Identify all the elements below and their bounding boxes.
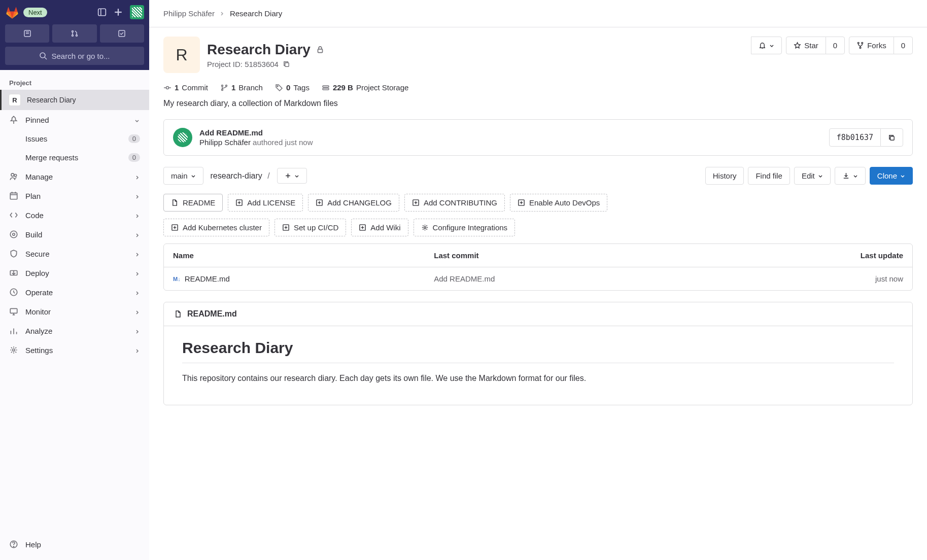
commit-author-avatar[interactable]	[173, 128, 192, 147]
mr-label: Merge requests	[25, 153, 78, 162]
add-wiki-button[interactable]: Add Wiki	[351, 219, 408, 236]
commit-icon	[163, 84, 171, 92]
sidebar-item-help[interactable]: Help	[9, 535, 140, 554]
sidebar-item-settings[interactable]: Settings	[0, 340, 149, 360]
tags-stat[interactable]: 0 Tags	[275, 83, 310, 92]
sidebar-project-item[interactable]: R Research Diary	[0, 90, 149, 110]
deploy-icon	[9, 268, 18, 277]
sidebar-item-merge-requests[interactable]: Merge requests 0	[0, 148, 149, 167]
breadcrumb-project[interactable]: Research Diary	[230, 9, 282, 18]
svg-point-7	[76, 35, 77, 37]
help-label: Help	[25, 540, 41, 549]
svg-rect-43	[323, 86, 329, 87]
sidebar-item-build[interactable]: Build	[0, 225, 149, 244]
plus-square-icon	[235, 199, 243, 206]
star-count[interactable]: 0	[826, 37, 845, 54]
download-button[interactable]	[835, 167, 866, 185]
clone-button[interactable]: Clone	[870, 167, 913, 185]
main-content: Philipp Schäfer Research Diary R Researc…	[149, 0, 927, 560]
project-section-label: Project	[0, 74, 149, 90]
sidebar-item-monitor[interactable]: Monitor	[0, 302, 149, 321]
find-file-button[interactable]: Find file	[748, 167, 790, 185]
plan-label: Plan	[25, 192, 41, 200]
markdown-file-icon: M↓	[173, 276, 181, 282]
enable-devops-button[interactable]: Enable Auto DevOps	[510, 194, 607, 212]
sidebar: Next Search or go to... Project	[0, 0, 149, 560]
lock-icon	[316, 45, 325, 54]
add-changelog-button[interactable]: Add CHANGELOG	[308, 194, 399, 212]
commit-author[interactable]: Philipp Schäfer	[199, 138, 251, 147]
commit-sha[interactable]: f8b01637	[829, 128, 881, 147]
sidebar-item-code[interactable]: Code	[0, 205, 149, 225]
sidebar-item-operate[interactable]: Operate	[0, 283, 149, 302]
sidebar-item-manage[interactable]: Manage	[0, 167, 149, 186]
branch-name: main	[171, 171, 188, 180]
file-commit[interactable]: Add README.md	[434, 274, 495, 283]
svg-rect-44	[323, 88, 329, 90]
add-k8s-button[interactable]: Add Kubernetes cluster	[163, 219, 269, 236]
svg-point-36	[166, 86, 169, 89]
storage-stat[interactable]: 229 B Project Storage	[322, 83, 408, 92]
branches-stat[interactable]: 1 Branch	[220, 83, 263, 92]
chevron-right-icon	[134, 327, 140, 335]
notifications-button[interactable]	[751, 37, 782, 54]
repo-path[interactable]: research-diary /	[211, 171, 270, 181]
svg-point-6	[72, 35, 73, 37]
merge-requests-shortcut-button[interactable]	[52, 24, 96, 43]
forks-count[interactable]: 0	[894, 37, 913, 54]
branch-selector[interactable]: main	[163, 167, 203, 185]
todo-shortcut-button[interactable]	[100, 24, 144, 43]
add-license-button[interactable]: Add LICENSE	[228, 194, 303, 212]
plus-icon[interactable]	[114, 8, 123, 17]
chevron-down-icon	[900, 173, 905, 179]
readme-suggestion-button[interactable]: README	[163, 194, 223, 212]
copy-sha-button[interactable]	[880, 128, 903, 147]
issues-label: Issues	[25, 134, 47, 143]
storage-icon	[322, 84, 330, 92]
add-file-button[interactable]	[277, 168, 307, 184]
next-badge[interactable]: Next	[23, 8, 47, 17]
setup-cicd-button[interactable]: Set up CI/CD	[274, 219, 346, 236]
svg-point-34	[862, 42, 863, 44]
branches-label: Branch	[238, 83, 263, 92]
svg-rect-32	[285, 62, 289, 66]
panel-icon[interactable]	[97, 8, 107, 17]
star-button[interactable]: Star	[786, 37, 826, 54]
chevron-right-icon	[134, 307, 140, 316]
sidebar-item-plan[interactable]: Plan	[0, 186, 149, 205]
svg-line-10	[45, 57, 47, 59]
issues-shortcut-button[interactable]	[5, 24, 49, 43]
star-label: Star	[804, 41, 818, 50]
file-name[interactable]: README.md	[185, 274, 230, 283]
history-button[interactable]: History	[705, 167, 744, 185]
commits-stat[interactable]: 1 Commit	[163, 83, 208, 92]
plus-square-icon	[412, 199, 420, 206]
sidebar-item-deploy[interactable]: Deploy	[0, 263, 149, 283]
table-row[interactable]: M↓ README.md Add README.md just now	[164, 267, 912, 290]
svg-point-9	[40, 53, 45, 58]
sidebar-project-name: Research Diary	[27, 96, 76, 104]
svg-point-33	[858, 42, 860, 44]
svg-point-41	[226, 85, 227, 86]
forks-button[interactable]: Forks	[849, 37, 894, 54]
add-contributing-button[interactable]: Add CONTRIBUTING	[404, 194, 505, 212]
copy-icon[interactable]	[283, 60, 290, 68]
svg-point-28	[13, 349, 15, 352]
sidebar-item-secure[interactable]: Secure	[0, 244, 149, 263]
sidebar-item-analyze[interactable]: Analyze	[0, 321, 149, 340]
configure-integrations-button[interactable]: Configure Integrations	[414, 219, 516, 236]
sidebar-item-issues[interactable]: Issues 0	[0, 129, 149, 148]
svg-point-30	[13, 546, 14, 547]
file-icon	[174, 310, 182, 318]
search-input[interactable]: Search or go to...	[5, 47, 144, 65]
fork-icon	[856, 42, 864, 49]
gitlab-logo-icon[interactable]	[5, 5, 19, 19]
svg-point-12	[11, 173, 14, 177]
commit-title[interactable]: Add README.md	[199, 128, 313, 137]
edit-button[interactable]: Edit	[794, 167, 831, 185]
breadcrumb-owner[interactable]: Philipp Schäfer	[163, 9, 215, 18]
user-avatar[interactable]	[130, 5, 144, 19]
svg-point-39	[222, 85, 223, 86]
plan-icon	[9, 191, 18, 200]
sidebar-item-pinned[interactable]: Pinned	[0, 110, 149, 129]
